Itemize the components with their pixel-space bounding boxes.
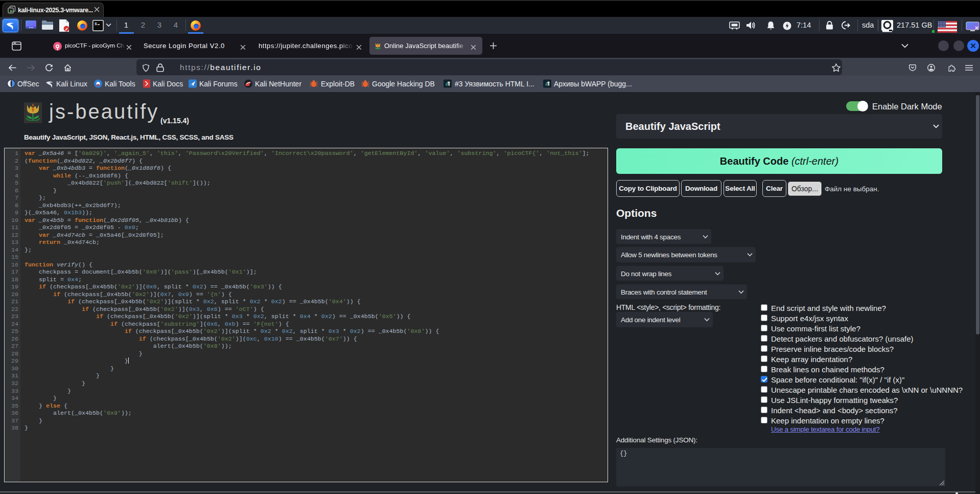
svg-text:$: $ bbox=[95, 21, 97, 26]
